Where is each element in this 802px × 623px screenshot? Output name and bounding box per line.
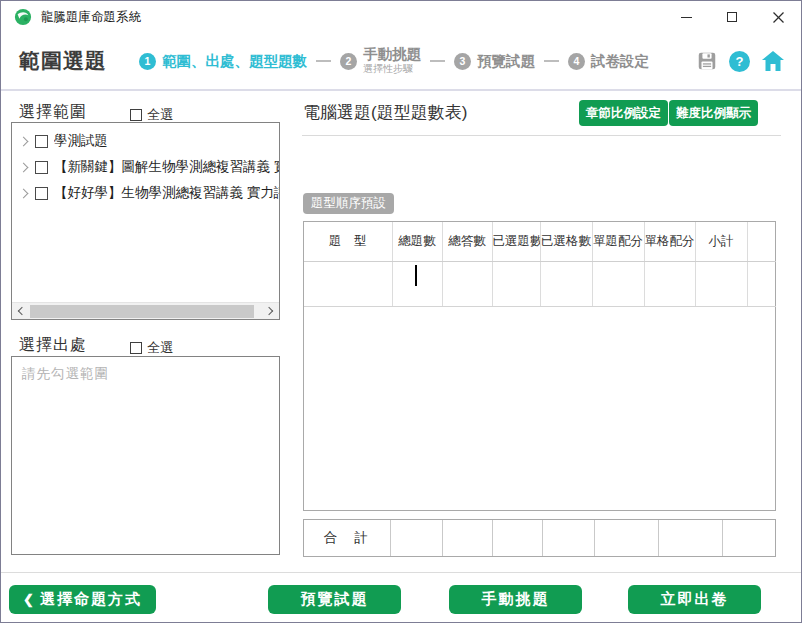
- titlebar: 龍騰題庫命題系統: [1, 1, 801, 33]
- window-title: 龍騰題庫命題系統: [41, 9, 141, 26]
- tree-item-checkbox[interactable]: [35, 135, 48, 148]
- step-3-label: 預覽試題: [477, 52, 535, 71]
- close-icon: [773, 12, 784, 23]
- tree-item-checkbox[interactable]: [35, 161, 48, 174]
- page-title: 範圍選題: [19, 47, 107, 75]
- app-window: 龍騰題庫命題系統 範圍選題 1 範圍、出處、題型題數 2 手動挑: [0, 0, 802, 623]
- maximize-icon: [727, 12, 737, 22]
- computer-selection-title: 電腦選題(題型題數表): [303, 101, 467, 124]
- totals-cell: [594, 520, 658, 556]
- col-points-per-question: 單題配分: [592, 222, 644, 261]
- cell-points-per-question[interactable]: [592, 261, 644, 306]
- horizontal-scrollbar[interactable]: [12, 302, 279, 319]
- step-4-label: 試卷設定: [591, 52, 649, 71]
- cell-question-type[interactable]: [304, 261, 392, 306]
- col-points-per-cell: 單格配分: [644, 222, 695, 261]
- totals-cell: [492, 520, 542, 556]
- step-3-preview[interactable]: 3 預覽試題: [454, 52, 535, 71]
- cell-subtotal[interactable]: [695, 261, 747, 306]
- minimize-button[interactable]: [663, 1, 709, 33]
- source-select-all-label: 全選: [147, 339, 173, 357]
- table-header-row: 題 型 總題數 總答數 已選題數 已選格數 單題配分 單格配分 小計: [304, 222, 776, 261]
- save-icon[interactable]: [696, 50, 718, 72]
- cell-points-per-cell[interactable]: [644, 261, 695, 306]
- totals-cell: [542, 520, 594, 556]
- totals-label: 合 計: [304, 520, 390, 556]
- step-separator: [316, 60, 331, 62]
- chevron-right-icon[interactable]: [19, 162, 29, 172]
- totals-cell: [722, 520, 776, 556]
- scroll-right-icon[interactable]: [265, 307, 273, 315]
- step-4-paper-settings[interactable]: 4 試卷設定: [568, 52, 649, 71]
- step-2-manual-pick[interactable]: 2 手動挑題 選擇性步驟: [340, 47, 421, 75]
- totals-cell: [442, 520, 492, 556]
- question-type-table: 題 型 總題數 總答數 已選題數 已選格數 單題配分 單格配分 小計: [303, 221, 776, 511]
- totals-row: 合 計: [304, 520, 776, 556]
- window-controls: [663, 1, 801, 33]
- col-total-answers: 總答數: [442, 222, 492, 261]
- section-divider: [302, 135, 781, 136]
- step-2-subtitle: 選擇性步驟: [363, 64, 421, 75]
- cell-total-questions[interactable]: [392, 261, 442, 306]
- cell-selected-cells[interactable]: [540, 261, 592, 306]
- chevron-left-icon: ❮: [23, 592, 34, 607]
- wizard-steps: 1 範圍、出處、題型題數 2 手動挑題 選擇性步驟 3 預覽試題 4 試卷設定: [139, 47, 649, 75]
- maximize-button[interactable]: [709, 1, 755, 33]
- help-icon[interactable]: ?: [729, 51, 750, 72]
- cell-actions[interactable]: [747, 261, 776, 306]
- choose-method-button[interactable]: ❮ 選擇命題方式: [9, 585, 156, 614]
- step-4-badge: 4: [568, 53, 585, 70]
- close-button[interactable]: [755, 1, 801, 33]
- home-icon[interactable]: [761, 50, 785, 72]
- right-panel: 電腦選題(題型題數表) 章節比例設定 難度比例顯示 題型順序預設 題 型 總題數…: [290, 93, 801, 572]
- app-logo-icon: [14, 8, 32, 26]
- minimize-icon: [681, 17, 692, 18]
- footer-bar: ❮ 選擇命題方式 預覽試題 手動挑題 立即出卷: [1, 572, 801, 622]
- step-1-badge: 1: [139, 53, 156, 70]
- range-select-all-checkbox[interactable]: [130, 109, 142, 121]
- step-separator: [430, 60, 445, 62]
- tree-item-exam-questions[interactable]: 學測試題: [12, 128, 279, 154]
- text-caret: [415, 265, 417, 286]
- source-select-all[interactable]: 全選: [130, 339, 173, 357]
- cell-selected-questions[interactable]: [492, 261, 540, 306]
- source-list: 請先勾選範圍: [11, 356, 280, 555]
- tree-item-new-key-book[interactable]: 【新關鍵】圖解生物學測總複習講義 實力評量: [12, 154, 279, 180]
- step-1-range[interactable]: 1 範圍、出處、題型題數: [139, 52, 307, 71]
- table-data-row: [304, 261, 776, 306]
- col-question-type: 題 型: [304, 222, 392, 261]
- main-area: 選擇範圍 全選 學測試題 【新關鍵】圖解生物學測總複習講義 實力評量: [1, 93, 801, 572]
- generate-paper-button[interactable]: 立即出卷: [628, 585, 761, 614]
- range-tree: 學測試題 【新關鍵】圖解生物學測總複習講義 實力評量 【好好學】生物學測總複習講…: [11, 122, 280, 320]
- chevron-right-icon[interactable]: [19, 188, 29, 198]
- chapter-ratio-button[interactable]: 章節比例設定: [579, 100, 668, 126]
- scroll-left-icon[interactable]: [18, 307, 26, 315]
- tree-item-study-well-book[interactable]: 【好好學】生物學測總複習講義 實力評量: [12, 180, 279, 206]
- totals-table: 合 計: [303, 519, 776, 557]
- col-total-questions: 總題數: [392, 222, 442, 261]
- col-selected-questions: 已選題數: [492, 222, 540, 261]
- question-type-order-button[interactable]: 題型順序預設: [303, 193, 394, 214]
- step-3-badge: 3: [454, 53, 471, 70]
- manual-pick-button[interactable]: 手動挑題: [449, 585, 582, 614]
- totals-cell: [390, 520, 442, 556]
- tree-item-checkbox[interactable]: [35, 187, 48, 200]
- step-separator: [544, 60, 559, 62]
- wizard-header: 範圍選題 1 範圍、出處、題型題數 2 手動挑題 選擇性步驟 3 預覽試題 4: [1, 33, 801, 91]
- cell-total-answers[interactable]: [442, 261, 492, 306]
- source-placeholder: 請先勾選範圍: [22, 365, 109, 383]
- step-2-label: 手動挑題: [363, 47, 421, 62]
- col-selected-cells: 已選格數: [540, 222, 592, 261]
- preview-questions-button[interactable]: 預覽試題: [268, 585, 401, 614]
- difficulty-ratio-button[interactable]: 難度比例顯示: [669, 100, 758, 126]
- left-panel: 選擇範圍 全選 學測試題 【新關鍵】圖解生物學測總複習講義 實力評量: [1, 93, 290, 572]
- source-select-all-checkbox[interactable]: [130, 342, 142, 354]
- header-toolbar: ?: [696, 50, 785, 72]
- col-subtotal: 小計: [695, 222, 747, 261]
- scrollbar-thumb[interactable]: [30, 305, 254, 318]
- step-2-badge: 2: [340, 53, 357, 70]
- step-1-label: 範圍、出處、題型題數: [162, 52, 307, 71]
- range-section-title: 選擇範圍: [19, 102, 87, 123]
- col-actions: [747, 222, 776, 261]
- chevron-right-icon[interactable]: [19, 136, 29, 146]
